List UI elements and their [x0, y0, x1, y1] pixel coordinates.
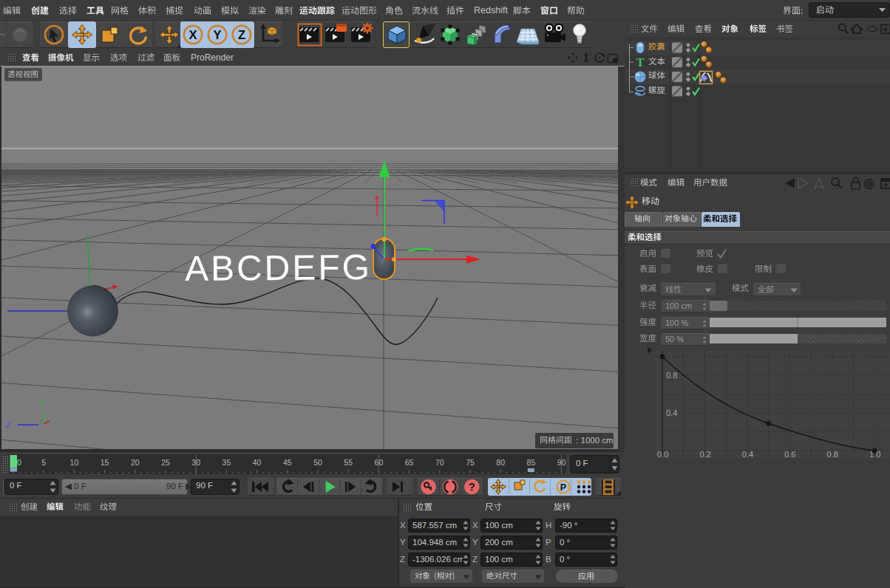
svg-text:Y: Y: [40, 399, 46, 408]
svg-text:50: 50: [313, 458, 322, 467]
svg-text:0.4: 0.4: [742, 450, 753, 458]
svg-text:0.8: 0.8: [666, 371, 677, 380]
svg-text:0.2: 0.2: [699, 450, 710, 458]
svg-text:80: 80: [496, 458, 505, 467]
svg-text:5: 5: [41, 458, 46, 467]
svg-text:40: 40: [253, 458, 262, 467]
svg-text:35: 35: [222, 458, 231, 467]
svg-text:P: P: [560, 482, 566, 493]
svg-text:55: 55: [344, 458, 353, 467]
svg-text:45: 45: [283, 458, 292, 467]
svg-text:30: 30: [191, 458, 200, 467]
svg-text:90: 90: [557, 458, 566, 467]
svg-text:0.4: 0.4: [666, 408, 677, 417]
svg-text:10: 10: [70, 458, 79, 467]
svg-text:0.6: 0.6: [784, 450, 795, 458]
svg-text:85: 85: [527, 458, 536, 467]
svg-text:?: ?: [469, 480, 475, 493]
svg-text:0: 0: [17, 458, 21, 467]
svg-text:20: 20: [131, 458, 140, 467]
svg-text:Z: Z: [238, 28, 245, 41]
svg-text:65: 65: [405, 458, 414, 467]
svg-text:Z: Z: [6, 420, 11, 429]
svg-text:75: 75: [466, 458, 475, 467]
svg-text:Y: Y: [213, 28, 221, 41]
svg-text:0.0: 0.0: [657, 450, 668, 458]
svg-text:70: 70: [435, 458, 444, 467]
svg-text:0.8: 0.8: [827, 450, 838, 458]
svg-text:60: 60: [375, 458, 384, 467]
svg-text:X: X: [188, 28, 197, 41]
svg-text:25: 25: [161, 458, 170, 467]
svg-text:15: 15: [101, 458, 109, 467]
